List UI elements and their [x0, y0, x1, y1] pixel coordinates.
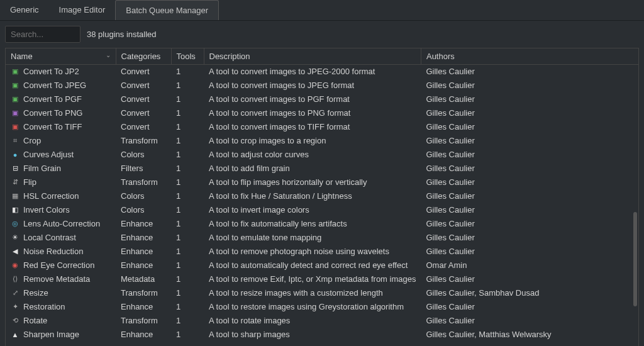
plugin-tools-count: 1 [171, 328, 204, 342]
plugin-description: A tool to remove Exif, Iptc, or Xmp meta… [204, 272, 421, 286]
plugin-tools-count: 1 [171, 134, 204, 148]
plugin-category: Convert [116, 92, 171, 106]
tab-batch-queue-manager[interactable]: Batch Queue Manager [115, 0, 219, 20]
plugin-icon: ● [11, 150, 19, 159]
plugin-icon: ⊟ [11, 164, 19, 173]
plugin-description: A tool to resize images with a customize… [204, 286, 421, 300]
plugin-tools-count: 1 [171, 286, 204, 300]
table-row[interactable]: ● Curves Adjust Colors 1 A tool to adjus… [6, 148, 638, 162]
column-header-description[interactable]: Description [204, 48, 421, 65]
plugin-category: Enhance [116, 328, 171, 342]
plugin-description: A tool to fix automatically lens artifac… [204, 217, 421, 231]
plugin-description: A tool to convert images to TIFF format [204, 120, 421, 134]
table-row[interactable]: ▣ Convert To JP2 Convert 1 A tool to con… [6, 65, 638, 79]
plugin-description: A tool to crop images to a region [204, 134, 421, 148]
plugin-description: A tool to sharp images [204, 328, 421, 342]
table-row[interactable]: ⊟ Film Grain Filters 1 A tool to add fil… [6, 162, 638, 176]
table-row[interactable]: ☀ Local Contrast Enhance 1 A tool to emu… [6, 231, 638, 245]
scrollbar-thumb[interactable] [633, 212, 637, 306]
plugin-name: Film Grain [23, 164, 61, 173]
plugin-authors: Omar Amin [421, 259, 638, 272]
plugin-tools-count: 1 [171, 231, 204, 245]
plugin-tools-count: 1 [171, 203, 204, 217]
table-row[interactable]: ▣ Convert To JPEG Convert 1 A tool to co… [6, 79, 638, 92]
table-row[interactable]: ▣ Convert To PGF Convert 1 A tool to con… [6, 92, 638, 106]
table-row[interactable]: ▦ HSL Correction Colors 1 A tool to fix … [6, 189, 638, 203]
plugin-tools-count: 1 [171, 300, 204, 314]
plugin-category: Filters [116, 162, 171, 176]
plugin-icon: ▣ [11, 109, 19, 118]
plugin-name: Convert To JP2 [23, 67, 79, 76]
table-row[interactable]: ⟨⟩ Remove Metadata Metadata 1 A tool to … [6, 272, 638, 286]
plugin-name: Lens Auto-Correction [23, 219, 100, 228]
plugin-name: Remove Metadata [23, 274, 90, 284]
plugin-tools-count: 1 [171, 148, 204, 162]
plugin-description: A tool to flip images horizontally or ve… [204, 176, 421, 189]
plugin-description: A tool to invert image colors [204, 203, 421, 217]
plugin-authors: Gilles Caulier, Sambhav Dusad [421, 286, 638, 300]
table-row[interactable]: ✦ Restoration Enhance 1 A tool to restor… [6, 300, 638, 314]
plugin-icon: ▦ [11, 192, 19, 201]
plugin-icon: ◎ [11, 220, 19, 228]
plugin-name: Flip [23, 177, 36, 187]
plugins-table-container: Name ⌄ Categories Tools Description Auth… [5, 48, 639, 346]
plugin-category: Convert [116, 120, 171, 134]
plugin-icon: ⌗ [11, 137, 19, 145]
plugin-description: A tool to rotate images [204, 314, 421, 328]
plugin-description: A tool to remove photograph noise using … [204, 245, 421, 259]
plugin-authors: Gilles Caulier, Matthias Welwarsky [421, 328, 638, 342]
tab-image-editor[interactable]: Image Editor [49, 0, 116, 20]
table-row[interactable]: ⇵ Flip Transform 1 A tool to flip images… [6, 176, 638, 189]
plugin-name: Convert To PGF [23, 94, 82, 104]
tab-generic[interactable]: Generic [0, 0, 49, 20]
plugin-name: Local Contrast [23, 233, 76, 242]
column-header-authors[interactable]: Authors [421, 48, 638, 65]
plugin-description: A tool to emulate tone mapping [204, 231, 421, 245]
plugin-tools-count: 1 [171, 92, 204, 106]
plugin-name: Curves Adjust [23, 150, 74, 159]
plugin-name: Crop [23, 136, 41, 145]
plugin-icon: ◉ [11, 261, 19, 270]
plugin-name: Rotate [23, 316, 47, 325]
plugin-authors: Gilles Caulier [421, 300, 638, 314]
column-header-name[interactable]: Name ⌄ [6, 48, 116, 65]
table-row[interactable]: ▣ Convert To PNG Convert 1 A tool to con… [6, 106, 638, 120]
plugin-name: Resize [23, 288, 48, 298]
column-header-categories[interactable]: Categories [116, 48, 171, 65]
plugin-description: A tool to convert images to JPEG-2000 fo… [204, 65, 421, 79]
column-header-tools[interactable]: Tools [171, 48, 204, 65]
plugin-name: Convert To JPEG [23, 81, 86, 90]
plugin-tools-count: 1 [171, 176, 204, 189]
plugin-description: A tool to automatically detect and corre… [204, 259, 421, 272]
plugin-tools-count: 1 [171, 314, 204, 328]
plugin-category: Enhance [116, 259, 171, 272]
plugin-authors: Gilles Caulier [421, 162, 638, 176]
plugin-category: Enhance [116, 231, 171, 245]
plugin-tools-count: 1 [171, 259, 204, 272]
plugin-authors: Gilles Caulier [421, 217, 638, 231]
table-row[interactable]: ◧ Invert Colors Colors 1 A tool to inver… [6, 203, 638, 217]
plugin-tools-count: 1 [171, 106, 204, 120]
table-row[interactable]: ▣ Convert To TIFF Convert 1 A tool to co… [6, 120, 638, 134]
tabs-bar: Generic Image Editor Batch Queue Manager [0, 0, 644, 21]
plugin-description: A tool to restore images using Greystora… [204, 300, 421, 314]
table-row[interactable]: ◀ Noise Reduction Enhance 1 A tool to re… [6, 245, 638, 259]
plugin-authors: Gilles Caulier [421, 231, 638, 245]
table-row[interactable]: ⤢ Resize Transform 1 A tool to resize im… [6, 286, 638, 300]
search-input[interactable] [5, 26, 80, 43]
plugin-name: Convert To PNG [23, 108, 82, 118]
plugin-tools-count: 1 [171, 162, 204, 176]
plugin-tools-count: 1 [171, 79, 204, 92]
plugins-table: Name ⌄ Categories Tools Description Auth… [6, 48, 638, 342]
table-row[interactable]: ⌗ Crop Transform 1 A tool to crop images… [6, 134, 638, 148]
table-row[interactable]: ⟲ Rotate Transform 1 A tool to rotate im… [6, 314, 638, 328]
table-row[interactable]: ◎ Lens Auto-Correction Enhance 1 A tool … [6, 217, 638, 231]
table-row[interactable]: ▲ Sharpen Image Enhance 1 A tool to shar… [6, 328, 638, 342]
plugin-icon: ▲ [11, 330, 19, 339]
plugin-authors: Gilles Caulier [421, 92, 638, 106]
plugin-category: Transform [116, 176, 171, 189]
table-row[interactable]: ◉ Red Eye Correction Enhance 1 A tool to… [6, 259, 638, 272]
plugin-authors: Gilles Caulier [421, 189, 638, 203]
plugin-icon: ⤢ [11, 289, 19, 298]
plugin-category: Enhance [116, 245, 171, 259]
